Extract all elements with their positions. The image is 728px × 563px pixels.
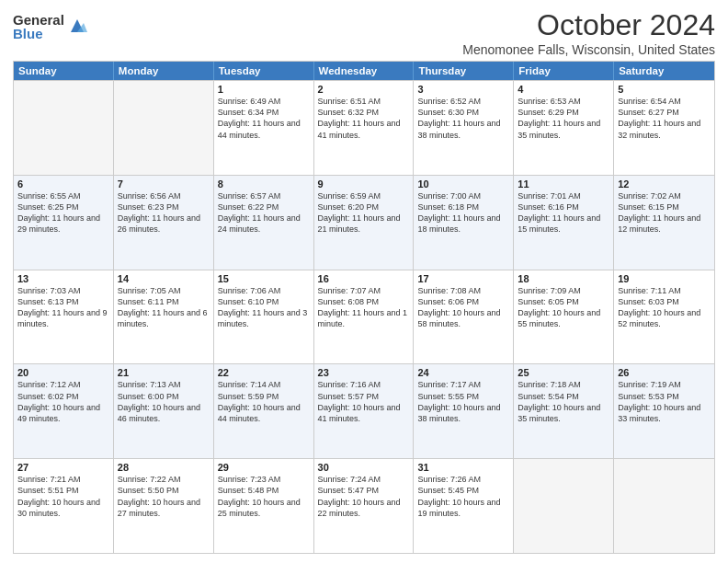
month-title: October 2024: [462, 9, 715, 41]
daylight-text: Daylight: 10 hours and 33 minutes.: [618, 403, 700, 423]
daylight-text: Daylight: 10 hours and 41 minutes.: [318, 403, 401, 423]
sunset-text: Sunset: 6:23 PM: [118, 202, 179, 212]
day-number: 20: [17, 367, 109, 378]
daylight-text: Daylight: 10 hours and 55 minutes.: [518, 308, 600, 328]
empty-cell: [14, 81, 114, 175]
day-info: Sunrise: 7:16 AMSunset: 5:57 PMDaylight:…: [318, 379, 410, 424]
logo-general: General: [13, 13, 64, 27]
day-info: Sunrise: 7:21 AMSunset: 5:51 PMDaylight:…: [17, 474, 109, 519]
sunrise-text: Sunrise: 7:03 AM: [17, 286, 81, 295]
empty-cell: [514, 459, 614, 553]
daylight-text: Daylight: 10 hours and 52 minutes.: [618, 308, 700, 328]
sunset-text: Sunset: 6:03 PM: [618, 297, 679, 306]
day-number: 1: [218, 84, 310, 95]
day-cell-16: 16Sunrise: 7:07 AMSunset: 6:08 PMDayligh…: [314, 270, 415, 364]
header-wednesday: Wednesday: [314, 62, 415, 80]
daylight-text: Daylight: 11 hours and 24 minutes.: [218, 213, 301, 234]
sunrise-text: Sunrise: 6:52 AM: [417, 97, 481, 106]
daylight-text: Daylight: 11 hours and 15 minutes.: [518, 213, 600, 234]
daylight-text: Daylight: 11 hours and 35 minutes.: [518, 119, 600, 139]
day-cell-25: 25Sunrise: 7:18 AMSunset: 5:54 PMDayligh…: [514, 364, 614, 458]
day-info: Sunrise: 7:23 AMSunset: 5:48 PMDaylight:…: [218, 474, 310, 519]
sunrise-text: Sunrise: 7:17 AM: [417, 380, 481, 389]
sunrise-text: Sunrise: 6:51 AM: [318, 97, 381, 106]
daylight-text: Daylight: 10 hours and 22 minutes.: [318, 498, 401, 518]
day-number: 8: [218, 178, 310, 190]
header-sunday: Sunday: [14, 62, 114, 80]
day-cell-15: 15Sunrise: 7:06 AMSunset: 6:10 PMDayligh…: [214, 270, 314, 364]
sunset-text: Sunset: 5:57 PM: [318, 392, 380, 401]
daylight-text: Daylight: 11 hours and 32 minutes.: [618, 119, 700, 139]
logo-icon: [67, 16, 87, 36]
daylight-text: Daylight: 11 hours and 44 minutes.: [218, 119, 301, 139]
day-number: 7: [118, 178, 210, 190]
sunrise-text: Sunrise: 7:26 AM: [417, 475, 481, 484]
sunset-text: Sunset: 5:47 PM: [318, 486, 380, 495]
page-header: General Blue October 2024 Menomonee Fall…: [13, 9, 715, 57]
day-info: Sunrise: 7:06 AMSunset: 6:10 PMDaylight:…: [218, 285, 310, 330]
day-info: Sunrise: 7:09 AMSunset: 6:05 PMDaylight:…: [518, 285, 609, 330]
daylight-text: Daylight: 11 hours and 6 minutes.: [118, 308, 208, 328]
day-number: 14: [118, 273, 210, 284]
daylight-text: Daylight: 10 hours and 19 minutes.: [417, 498, 500, 518]
day-info: Sunrise: 6:54 AMSunset: 6:27 PMDaylight:…: [618, 96, 711, 141]
sunset-text: Sunset: 6:29 PM: [518, 108, 579, 117]
sunrise-text: Sunrise: 7:18 AM: [518, 380, 581, 389]
sunset-text: Sunset: 6:08 PM: [318, 297, 380, 306]
day-cell-12: 12Sunrise: 7:02 AMSunset: 6:15 PMDayligh…: [614, 176, 714, 270]
sunset-text: Sunset: 6:16 PM: [518, 202, 579, 212]
day-number: 27: [17, 462, 109, 473]
sunrise-text: Sunrise: 6:49 AM: [218, 97, 281, 106]
sunrise-text: Sunrise: 7:16 AM: [318, 380, 381, 389]
day-cell-8: 8Sunrise: 6:57 AMSunset: 6:22 PMDaylight…: [214, 176, 314, 270]
daylight-text: Daylight: 11 hours and 38 minutes.: [417, 119, 500, 139]
calendar-page: General Blue October 2024 Menomonee Fall…: [0, 0, 728, 563]
day-info: Sunrise: 7:18 AMSunset: 5:54 PMDaylight:…: [518, 379, 609, 424]
day-number: 2: [318, 84, 410, 95]
sunset-text: Sunset: 6:32 PM: [318, 108, 380, 117]
sunset-text: Sunset: 6:11 PM: [118, 297, 179, 306]
sunset-text: Sunset: 6:30 PM: [417, 108, 479, 117]
location: Menomonee Falls, Wisconsin, United State…: [462, 42, 715, 57]
day-number: 24: [417, 367, 509, 378]
calendar-week-5: 27Sunrise: 7:21 AMSunset: 5:51 PMDayligh…: [14, 458, 714, 553]
day-number: 5: [618, 84, 711, 95]
sunrise-text: Sunrise: 7:09 AM: [518, 286, 581, 295]
day-number: 25: [518, 367, 609, 378]
day-number: 6: [17, 178, 109, 190]
daylight-text: Daylight: 10 hours and 30 minutes.: [17, 498, 100, 518]
day-number: 17: [417, 273, 509, 284]
sunrise-text: Sunrise: 7:02 AM: [618, 191, 681, 201]
day-info: Sunrise: 7:22 AMSunset: 5:50 PMDaylight:…: [118, 474, 210, 519]
logo-text: General Blue: [13, 13, 64, 40]
day-info: Sunrise: 7:26 AMSunset: 5:45 PMDaylight:…: [417, 474, 509, 519]
sunset-text: Sunset: 6:02 PM: [17, 392, 79, 401]
day-number: 16: [318, 273, 410, 284]
sunrise-text: Sunrise: 7:13 AM: [118, 380, 181, 389]
daylight-text: Daylight: 10 hours and 35 minutes.: [518, 403, 600, 423]
sunrise-text: Sunrise: 7:06 AM: [218, 286, 281, 295]
day-number: 23: [318, 367, 410, 378]
daylight-text: Daylight: 11 hours and 41 minutes.: [318, 119, 401, 139]
sunset-text: Sunset: 5:54 PM: [518, 392, 579, 401]
daylight-text: Daylight: 10 hours and 27 minutes.: [118, 498, 200, 518]
day-number: 11: [518, 178, 609, 190]
day-number: 26: [618, 367, 711, 378]
day-cell-17: 17Sunrise: 7:08 AMSunset: 6:06 PMDayligh…: [414, 270, 514, 364]
day-info: Sunrise: 7:24 AMSunset: 5:47 PMDaylight:…: [318, 474, 410, 519]
day-info: Sunrise: 7:19 AMSunset: 5:53 PMDaylight:…: [618, 379, 711, 424]
sunrise-text: Sunrise: 7:19 AM: [618, 380, 681, 389]
day-info: Sunrise: 6:55 AMSunset: 6:25 PMDaylight:…: [17, 190, 109, 236]
header-tuesday: Tuesday: [214, 62, 314, 80]
header-monday: Monday: [114, 62, 214, 80]
sunset-text: Sunset: 5:48 PM: [218, 486, 279, 495]
calendar-body: 1Sunrise: 6:49 AMSunset: 6:34 PMDaylight…: [14, 80, 714, 553]
day-number: 18: [518, 273, 609, 284]
sunset-text: Sunset: 5:55 PM: [417, 392, 479, 401]
sunset-text: Sunset: 6:20 PM: [318, 202, 380, 212]
sunrise-text: Sunrise: 7:05 AM: [118, 286, 181, 295]
day-cell-2: 2Sunrise: 6:51 AMSunset: 6:32 PMDaylight…: [314, 81, 415, 175]
sunrise-text: Sunrise: 6:53 AM: [518, 97, 581, 106]
day-number: 15: [218, 273, 310, 284]
day-cell-24: 24Sunrise: 7:17 AMSunset: 5:55 PMDayligh…: [414, 364, 514, 458]
